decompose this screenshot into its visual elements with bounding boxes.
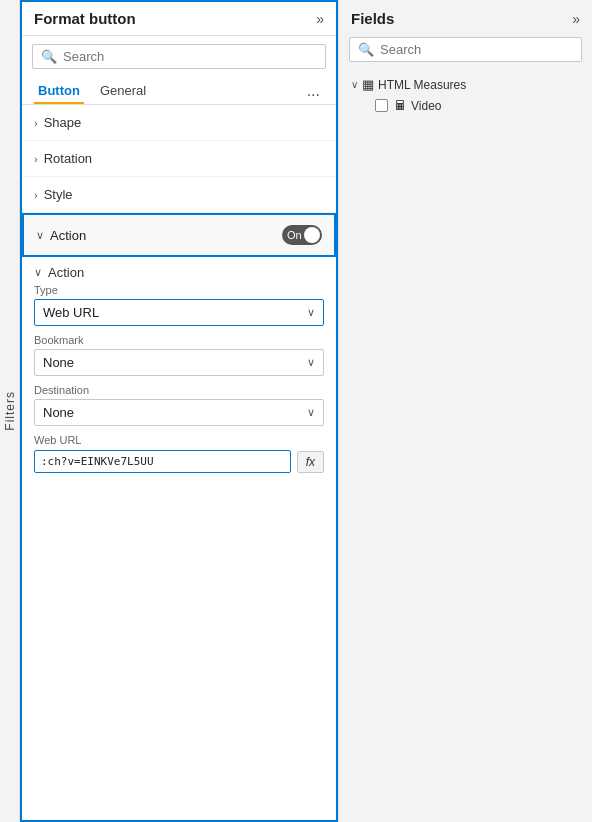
panel-title: Format button bbox=[34, 10, 136, 27]
left-panel: Format button » 🔍 Button General ... › S… bbox=[20, 0, 338, 822]
right-panel-collapse-button[interactable]: » bbox=[572, 11, 580, 27]
web-url-group: Web URL :ch?v=EINKVe7L5UU fx bbox=[34, 434, 324, 473]
section-shape[interactable]: › Shape bbox=[22, 105, 336, 141]
type-label: Type bbox=[34, 284, 324, 296]
toggle-knob bbox=[304, 227, 320, 243]
search-icon: 🔍 bbox=[41, 49, 57, 64]
calculator-icon: 🖩 bbox=[394, 98, 407, 113]
chevron-down-icon: ∨ bbox=[34, 266, 42, 279]
right-search-box: 🔍 bbox=[349, 37, 582, 62]
dropdown-chevron-icon: ∨ bbox=[307, 406, 315, 419]
bookmark-label: Bookmark bbox=[34, 334, 324, 346]
tree-root-item[interactable]: ∨ ▦ HTML Measures bbox=[347, 74, 584, 95]
destination-label: Destination bbox=[34, 384, 324, 396]
action-toggle[interactable]: On bbox=[282, 225, 322, 245]
main-wrapper: Filters Format button » 🔍 Button General… bbox=[0, 0, 592, 822]
table-icon: ▦ bbox=[362, 77, 374, 92]
dropdown-chevron-icon: ∨ bbox=[307, 306, 315, 319]
bookmark-dropdown[interactable]: None ∨ bbox=[34, 349, 324, 376]
type-group: Type Web URL ∨ bbox=[34, 284, 324, 326]
toggle-switch[interactable]: On bbox=[282, 225, 322, 245]
tree-child-checkbox[interactable] bbox=[375, 99, 388, 112]
right-panel-title: Fields bbox=[351, 10, 394, 27]
action-sub-header: ∨ Action bbox=[34, 257, 324, 284]
chevron-down-icon: ∨ bbox=[36, 229, 44, 242]
chevron-right-icon: › bbox=[34, 189, 38, 201]
left-search-input[interactable] bbox=[63, 49, 317, 64]
filters-sidebar: Filters bbox=[0, 0, 20, 822]
type-dropdown[interactable]: Web URL ∨ bbox=[34, 299, 324, 326]
search-icon: 🔍 bbox=[358, 42, 374, 57]
destination-dropdown[interactable]: None ∨ bbox=[34, 399, 324, 426]
web-url-label: Web URL bbox=[34, 434, 324, 446]
right-panel-header: Fields » bbox=[339, 0, 592, 37]
dropdown-chevron-icon: ∨ bbox=[307, 356, 315, 369]
web-url-row: :ch?v=EINKVe7L5UU fx bbox=[34, 450, 324, 473]
section-style[interactable]: › Style bbox=[22, 177, 336, 213]
tab-button[interactable]: Button bbox=[34, 77, 84, 104]
tree-chevron-down-icon: ∨ bbox=[351, 79, 358, 90]
chevron-right-icon: › bbox=[34, 117, 38, 129]
right-search-input[interactable] bbox=[380, 42, 573, 57]
panel-header: Format button » bbox=[22, 2, 336, 36]
section-rotation[interactable]: › Rotation bbox=[22, 141, 336, 177]
web-url-input[interactable]: :ch?v=EINKVe7L5UU bbox=[34, 450, 291, 473]
chevron-right-icon: › bbox=[34, 153, 38, 165]
left-search-box: 🔍 bbox=[32, 44, 326, 69]
fx-button[interactable]: fx bbox=[297, 451, 324, 473]
tabs-row: Button General ... bbox=[22, 77, 336, 105]
right-panel: Fields » 🔍 ∨ ▦ HTML Measures 🖩 Video bbox=[338, 0, 592, 822]
filters-label: Filters bbox=[3, 391, 17, 431]
tabs-more-button[interactable]: ... bbox=[303, 78, 324, 104]
panel-collapse-button[interactable]: » bbox=[316, 11, 324, 27]
tab-general[interactable]: General bbox=[96, 77, 150, 104]
fields-tree: ∨ ▦ HTML Measures 🖩 Video bbox=[339, 70, 592, 120]
bookmark-group: Bookmark None ∨ bbox=[34, 334, 324, 376]
destination-group: Destination None ∨ bbox=[34, 384, 324, 426]
section-action-header[interactable]: ∨ Action On bbox=[22, 213, 336, 257]
tree-child-item[interactable]: 🖩 Video bbox=[347, 95, 584, 116]
action-content: ∨ Action Type Web URL ∨ Bookmark None ∨ bbox=[22, 257, 336, 491]
